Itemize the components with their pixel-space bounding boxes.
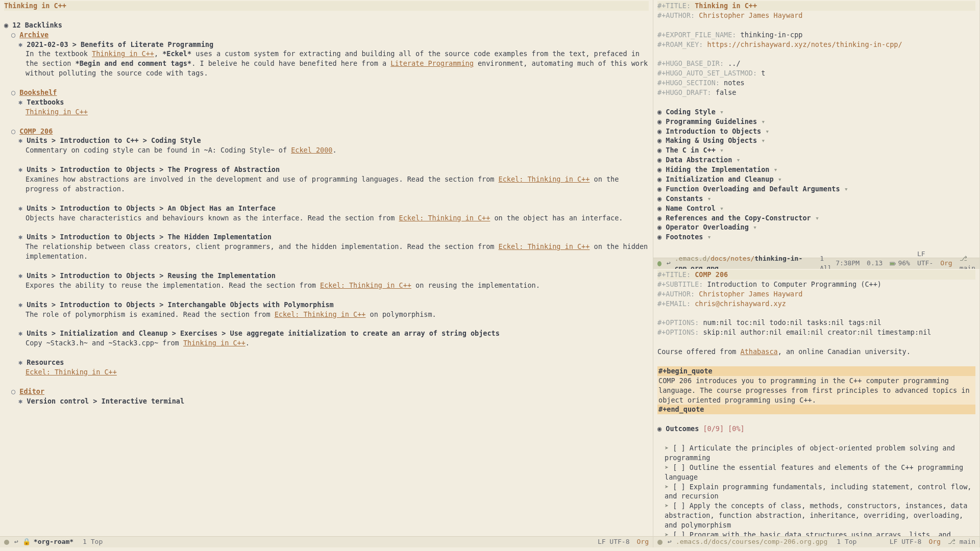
task-item[interactable]: ➤ [ ] Apply the concepts of class, metho…: [657, 501, 975, 530]
echo-area: [0, 547, 980, 551]
heading-5[interactable]: ◉ Data Abstraction ▾: [657, 155, 975, 165]
export-line: #+EXPORT_FILE_NAME: thinking-in-cpp: [657, 30, 975, 40]
svg-rect-1: [895, 263, 896, 264]
roam-key-line: #+ROAM_KEY: https://chrishayward.xyz/not…: [657, 40, 975, 49]
quote-end: #+end_quote: [657, 405, 975, 414]
heading-13[interactable]: ◉ Footnotes ▾: [657, 232, 975, 242]
heading-4[interactable]: ◉ The C in C++ ▾: [657, 145, 975, 155]
top-modeline: ↩ .emacs.d/docs/notes/thinking-in-cpp.or…: [653, 258, 979, 269]
heading-12[interactable]: ◉ Operator Overloading ▾: [657, 222, 975, 232]
quote-body: COMP 206 introduces you to programming i…: [657, 376, 975, 405]
git-branch: ⎇ main: [948, 537, 975, 546]
heading-8[interactable]: ◉ Function Overloading and Default Argum…: [657, 184, 975, 194]
branch-icon: ⎇: [948, 538, 955, 545]
heading-11[interactable]: ◉ References and the Copy-Constructor ▾: [657, 213, 975, 223]
git-branch: ⎇ main: [960, 254, 975, 269]
branch-icon: ⎇: [960, 255, 967, 262]
backlinks-title: Thinking in C++: [4, 1, 649, 11]
heading-6[interactable]: ◉ Hiding the Implementation ▾: [657, 165, 975, 174]
heading-0[interactable]: ◉ Coding Style ▾: [657, 107, 975, 117]
modified-indicator-icon: [4, 540, 9, 545]
heading-1[interactable]: ◉ Programming Guidelines ▾: [657, 117, 975, 127]
task-item[interactable]: ➤ [ ] Articulate the principles of objec…: [657, 443, 975, 463]
modified-indicator-icon: [657, 261, 662, 266]
svg-rect-2: [890, 263, 894, 265]
heading-2[interactable]: ◉ Introduction to Objects ▾: [657, 127, 975, 136]
athabasca-link[interactable]: Athabasca: [741, 347, 778, 356]
quote-begin: #+begin_quote: [657, 366, 975, 376]
title-line: #+TITLE: Thinking in C++: [657, 1, 975, 11]
top-left-buffer[interactable]: #+TITLE: Thinking in C++ #+AUTHOR: Chris…: [653, 0, 980, 269]
heading-10[interactable]: ◉ Name Control ▾: [657, 204, 975, 213]
heading-3[interactable]: ◉ Making & Using Objects ▾: [657, 136, 975, 145]
bottom-modeline: ↩ .emacs.d/docs/courses/comp-206.org.gpg…: [653, 536, 979, 547]
author-line: #+AUTHOR: Christopher James Hayward: [657, 11, 975, 20]
arrow-icon: ↩: [14, 537, 18, 546]
right-modeline: ↩ 🔒 *org-roam* 1 Top LF UTF-8 Org: [0, 536, 653, 547]
heading-7[interactable]: ◉ Initialization and Cleanup ▾: [657, 174, 975, 184]
battery-icon: 96%: [890, 259, 910, 268]
task-item[interactable]: ➤ [ ] Outline the essential features and…: [657, 463, 975, 482]
bottom-left-buffer[interactable]: #+TITLE: COMP 206 #+SUBTITLE: Introducti…: [653, 269, 980, 547]
arrow-icon: ↩: [668, 537, 672, 546]
backlinks-buffer[interactable]: Thinking in C++ ◉ 12 Backlinks ○ Archive…: [0, 0, 653, 547]
lock-icon: 🔒: [22, 537, 31, 546]
clock-text: 7:38PM: [836, 259, 860, 268]
modified-indicator-icon: [657, 540, 663, 545]
outcomes-heading[interactable]: ◉ Outcomes [0/9] [0%]: [657, 424, 975, 434]
title-line: #+TITLE: COMP 206: [657, 270, 975, 280]
arrow-icon: ↩: [667, 259, 671, 268]
heading-9[interactable]: ◉ Constants ▾: [657, 194, 975, 204]
load-text: 0.13: [867, 259, 883, 268]
task-item[interactable]: ➤ [ ] Explain programming fundamentals, …: [657, 482, 975, 502]
